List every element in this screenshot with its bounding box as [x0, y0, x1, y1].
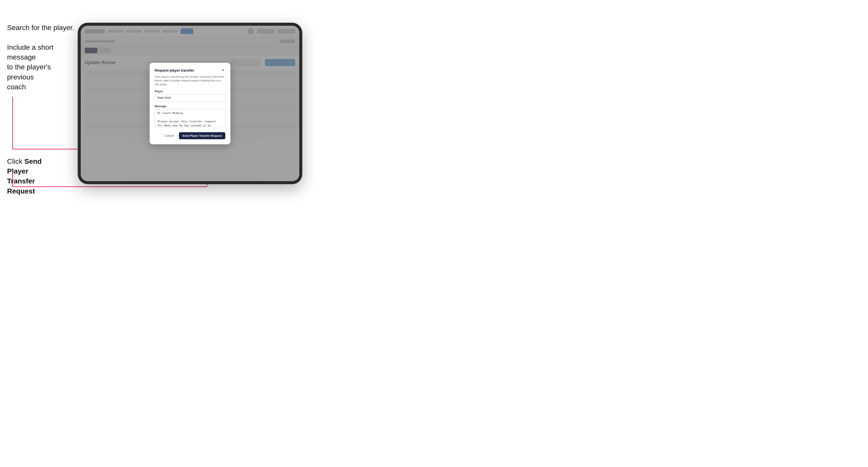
request-transfer-modal: Request player transfer ✕ If the player …: [150, 63, 230, 144]
annotation-message: Include a short messageto the player's p…: [7, 42, 73, 92]
tablet-screen: Update Roster Request player transfer ✕: [81, 26, 299, 181]
annotation-click: Click Send PlayerTransfer Request: [7, 156, 63, 196]
annotation-click-prefix: Click: [7, 157, 24, 165]
modal-close-button[interactable]: ✕: [220, 68, 225, 73]
annotation-search: Search for the player.: [7, 23, 74, 33]
message-label: Message: [155, 105, 225, 108]
modal-overlay: Request player transfer ✕ If the player …: [81, 26, 299, 181]
modal-footer: Cancel Send Player Transfer Request: [155, 132, 225, 139]
modal-title: Request player transfer: [155, 68, 194, 72]
send-transfer-request-button[interactable]: Send Player Transfer Request: [179, 132, 225, 139]
message-textarea[interactable]: Hi Coach McHarg, Please accept this tran…: [155, 109, 225, 127]
modal-description: If the player is transferring from anoth…: [155, 75, 225, 86]
player-label: Player: [155, 90, 225, 93]
modal-header: Request player transfer ✕: [155, 68, 225, 73]
tablet-frame: Update Roster Request player transfer ✕: [78, 23, 302, 184]
player-search-input[interactable]: [155, 94, 225, 102]
annotation-message-text: Include a short messageto the player's p…: [7, 43, 54, 91]
cancel-button[interactable]: Cancel: [161, 132, 177, 139]
